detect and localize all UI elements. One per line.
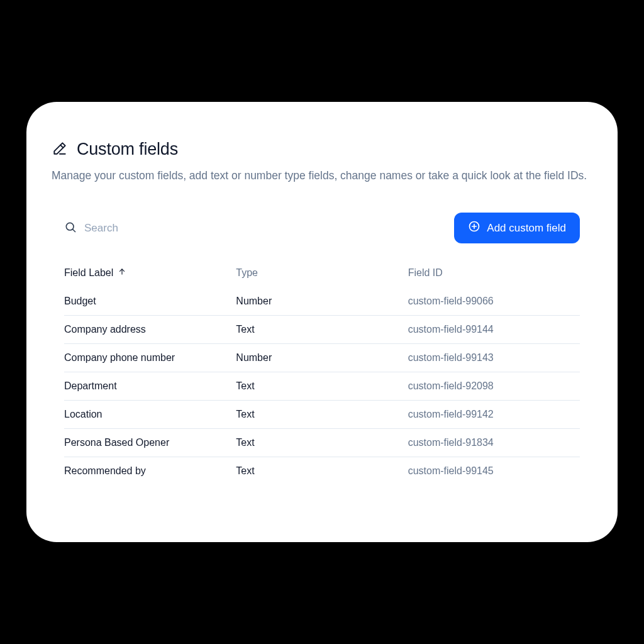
page-title: Custom fields — [77, 140, 178, 159]
table-body: BudgetNumbercustom-field-99066Company ad… — [64, 287, 580, 485]
cell-type: Text — [236, 465, 408, 477]
cell-type: Text — [236, 380, 408, 392]
cell-field-label: Company address — [64, 324, 236, 335]
cell-field-id: custom-field-91834 — [408, 437, 580, 448]
cell-type: Text — [236, 409, 408, 420]
table-row[interactable]: Recommended byTextcustom-field-99145 — [64, 457, 580, 485]
cell-field-id: custom-field-99142 — [408, 409, 580, 420]
search-icon — [64, 221, 77, 236]
cell-field-id: custom-field-99143 — [408, 352, 580, 364]
toolbar: Add custom field — [52, 213, 592, 243]
table-row[interactable]: BudgetNumbercustom-field-99066 — [64, 287, 580, 316]
cell-type: Number — [236, 296, 408, 307]
cell-field-label: Persona Based Opener — [64, 437, 236, 448]
custom-fields-card: Custom fields Manage your custom fields,… — [26, 102, 618, 542]
search-input[interactable] — [84, 222, 235, 235]
search-field[interactable] — [64, 221, 235, 236]
table-row[interactable]: LocationTextcustom-field-99142 — [64, 401, 580, 429]
column-header-text: Field Label — [64, 267, 113, 279]
cell-type: Number — [236, 352, 408, 364]
pencil-square-icon — [52, 140, 68, 159]
cell-field-label: Recommended by — [64, 465, 236, 477]
table-header: Field Label Type Field ID — [64, 261, 580, 287]
column-header-field-id[interactable]: Field ID — [408, 267, 580, 279]
cell-type: Text — [236, 324, 408, 335]
cell-type: Text — [236, 437, 408, 448]
arrow-up-icon — [118, 267, 126, 279]
cell-field-label: Department — [64, 380, 236, 392]
column-header-type[interactable]: Type — [236, 267, 408, 279]
add-custom-field-button[interactable]: Add custom field — [454, 213, 580, 243]
table-row[interactable]: Persona Based OpenerTextcustom-field-918… — [64, 429, 580, 457]
page-header: Custom fields — [52, 140, 592, 159]
cell-field-id: custom-field-92098 — [408, 380, 580, 392]
table-row[interactable]: Company phone numberNumbercustom-field-9… — [64, 344, 580, 372]
page-subtitle: Manage your custom fields, add text or n… — [52, 168, 592, 184]
cell-field-label: Company phone number — [64, 352, 236, 364]
add-button-label: Add custom field — [487, 222, 566, 235]
custom-fields-table: Field Label Type Field ID BudgetNumbercu… — [52, 261, 592, 485]
cell-field-id: custom-field-99066 — [408, 296, 580, 307]
cell-field-id: custom-field-99144 — [408, 324, 580, 335]
column-header-field-label[interactable]: Field Label — [64, 267, 236, 279]
svg-line-1 — [73, 230, 75, 232]
cell-field-id: custom-field-99145 — [408, 465, 580, 477]
table-row[interactable]: DepartmentTextcustom-field-92098 — [64, 372, 580, 401]
cell-field-label: Budget — [64, 296, 236, 307]
plus-circle-icon — [468, 220, 480, 236]
table-row[interactable]: Company addressTextcustom-field-99144 — [64, 316, 580, 344]
cell-field-label: Location — [64, 409, 236, 420]
